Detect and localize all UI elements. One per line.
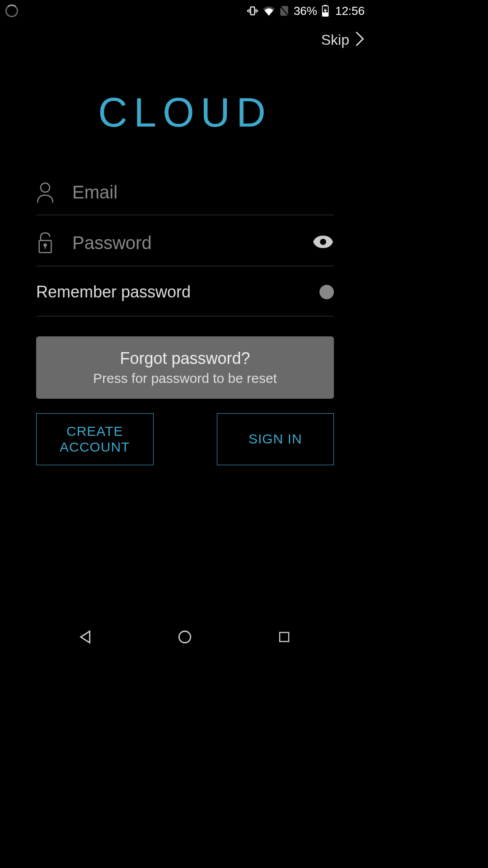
sign-in-label: SIGN IN: [249, 431, 302, 447]
clock: 12:56: [335, 4, 365, 18]
nav-recent-button[interactable]: [271, 624, 298, 651]
app-title: CLOUD: [0, 90, 370, 136]
wifi-icon: [263, 6, 275, 16]
create-account-label: CREATE ACCOUNT: [41, 424, 149, 455]
android-nav-bar: [0, 618, 370, 658]
svg-rect-0: [251, 7, 255, 14]
svg-marker-14: [80, 631, 89, 643]
svg-rect-16: [280, 632, 289, 642]
nav-home-button[interactable]: [171, 624, 198, 651]
battery-percent: 36%: [294, 4, 317, 18]
vibrate-icon: [247, 5, 258, 17]
create-account-button[interactable]: CREATE ACCOUNT: [36, 413, 154, 465]
no-sim-icon: [279, 5, 289, 17]
lock-icon: [36, 231, 56, 254]
email-row: [36, 181, 334, 215]
remember-row: Remember password: [36, 283, 334, 316]
nav-back-button[interactable]: [72, 624, 99, 651]
buttons-row: CREATE ACCOUNT SIGN IN: [0, 413, 370, 465]
remember-label: Remember password: [36, 283, 191, 302]
user-icon: [36, 181, 56, 203]
password-field[interactable]: [56, 233, 312, 253]
forgot-password-button[interactable]: Forgot password? Press for password to b…: [36, 336, 334, 399]
forgot-title: Forgot password?: [54, 349, 316, 368]
skip-label: Skip: [321, 32, 349, 48]
status-bar: 36% 12:56: [0, 0, 370, 22]
show-password-toggle[interactable]: [312, 235, 334, 250]
chevron-right-icon: [355, 31, 365, 49]
home-circle-icon: [177, 629, 192, 646]
svg-rect-7: [324, 5, 327, 6]
forgot-subtitle: Press for password to be reset: [54, 371, 316, 386]
battery-charging-icon: [322, 5, 329, 17]
remember-toggle[interactable]: [307, 284, 334, 300]
recent-square-icon: [277, 630, 291, 646]
toggle-knob: [319, 285, 334, 299]
svg-point-9: [41, 183, 50, 192]
eye-icon: [313, 235, 333, 250]
skip-button[interactable]: Skip: [0, 22, 370, 49]
password-row: [36, 231, 334, 266]
status-right: 36% 12:56: [247, 4, 365, 18]
status-left: [5, 5, 18, 17]
svg-point-15: [179, 631, 191, 643]
loading-spinner-icon: [5, 5, 18, 17]
svg-point-13: [320, 239, 326, 245]
back-triangle-icon: [78, 629, 94, 646]
email-field[interactable]: [56, 182, 334, 203]
sign-in-button[interactable]: SIGN IN: [217, 413, 334, 465]
login-form: Remember password: [0, 181, 370, 316]
